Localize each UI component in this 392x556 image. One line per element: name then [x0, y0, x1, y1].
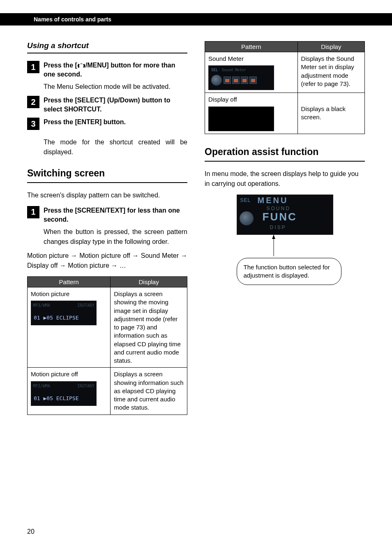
pattern-table-left: Pattern Display Motion picture MP3/WMA I… [27, 276, 187, 415]
switching-step-head: Press the [SCREEN/TEXT] for less than on… [44, 206, 187, 224]
callout-box: The function button selected for adjustm… [237, 258, 341, 285]
phone-icon [77, 63, 85, 69]
lcd-line: IROTARY [77, 303, 95, 308]
lcd-sel: SEL [211, 68, 218, 72]
callout-pointer [237, 235, 333, 259]
using-shortcut-title: Using a shortcut [27, 41, 187, 50]
lcd-display-off [208, 107, 274, 131]
pattern-label: Motion picture [31, 290, 69, 297]
switching-step-1: 1 Press the [SCREEN/TEXT] for less than … [27, 206, 187, 247]
knob-icon [240, 211, 254, 225]
step-1: 1 Press the [/MENU] button for more than… [27, 61, 187, 92]
th-display: Display [111, 277, 187, 287]
lcd-disp-label: DISP [270, 225, 286, 230]
pattern-label: Display off [208, 96, 237, 103]
lcd-menu-label: MENU [258, 196, 288, 205]
switching-screen-title: Switching screen [27, 168, 187, 179]
right-column: Pattern Display Sound Meter SEL Sound Me… [205, 41, 365, 415]
step-number-badge: 2 [27, 96, 39, 108]
divider [205, 161, 365, 162]
operation-assist-title: Operation assist function [205, 146, 365, 158]
cell-display: Displays a screen showing the moving ima… [111, 287, 187, 368]
lcd-line: MP3/WMA [33, 383, 50, 389]
pattern-label: Sound Meter [208, 55, 244, 62]
lcd-motion-picture-off: MP3/WMA IROTARY 01 ▶05 ECLIPSE [31, 381, 97, 406]
lcd-func-label: FUNC [263, 211, 297, 223]
meter-bars [224, 76, 257, 84]
left-column: Using a shortcut 1 Press the [/MENU] but… [27, 41, 187, 415]
step-1-text: The Menu Selection mode will be activate… [44, 82, 187, 92]
th-pattern: Pattern [28, 277, 111, 287]
table-header-row: Pattern Display [28, 277, 187, 287]
lcd-sel-label: SEL [240, 197, 251, 203]
switching-intro: The screen's display pattern can be swit… [27, 190, 187, 200]
switching-order: Motion picture → Motion picture off → So… [27, 251, 187, 271]
lcd-title: Sound Meter [222, 68, 247, 72]
step-number-badge: 3 [27, 118, 39, 130]
svg-marker-1 [272, 235, 275, 239]
lcd-sound-meter: SEL Sound Meter [208, 65, 274, 90]
step-number-badge: 1 [27, 206, 39, 218]
divider [27, 182, 187, 183]
lcd-line: MP3/WMA [33, 303, 50, 308]
cell-pattern: Sound Meter SEL Sound Meter [205, 52, 298, 93]
lcd-line: IROTARY [77, 383, 95, 389]
cell-pattern: Display off [205, 93, 298, 134]
page-number: 20 [27, 528, 35, 535]
cell-pattern: Motion picture MP3/WMA IROTARY 01 ▶05 EC… [28, 287, 111, 368]
table-row: Motion picture MP3/WMA IROTARY 01 ▶05 EC… [28, 287, 187, 368]
table-header-row: Pattern Display [205, 42, 365, 52]
cell-display: Displays the Sound Meter set in display … [297, 52, 364, 93]
lcd-line: 01 ▶05 ECLIPSE [34, 395, 79, 402]
step-1-head-prefix: Press the [ [44, 62, 77, 69]
step-3-text: The mode for the shortcut created will b… [44, 137, 187, 157]
pattern-label: Motion picture off [31, 371, 78, 378]
step-2: 2 Press the [SELECT] (Up/Down) button to… [27, 96, 187, 114]
cell-display: Displays a black screen. [297, 93, 364, 134]
lcd-motion-picture: MP3/WMA IROTARY 01 ▶05 ECLIPSE [31, 301, 97, 325]
step-3-head: Press the [ENTER] button. [44, 118, 187, 127]
lcd-line: 01 ▶05 ECLIPSE [34, 314, 79, 322]
step-3: 3 Press the [ENTER] button. The mode for… [27, 118, 187, 157]
operation-assist-intro: In menu mode, the screen displays help t… [205, 169, 365, 189]
section-title: Names of controls and parts [34, 16, 111, 23]
pattern-table-right: Pattern Display Sound Meter SEL Sound Me… [205, 41, 365, 134]
step-number-badge: 1 [27, 61, 39, 73]
step-1-head: Press the [/MENU] button for more than o… [44, 61, 187, 79]
cell-pattern: Motion picture off MP3/WMA IROTARY 01 ▶0… [28, 368, 111, 415]
table-row: Display off Displays a black screen. [205, 93, 365, 134]
th-pattern: Pattern [205, 42, 298, 52]
cell-display: Displays a screen showing information su… [111, 368, 187, 415]
knob-icon [211, 75, 222, 86]
table-row: Sound Meter SEL Sound Meter [205, 52, 365, 93]
menu-lcd: SEL MENU SOUND FUNC DISP [237, 195, 333, 235]
table-row: Motion picture off MP3/WMA IROTARY 01 ▶0… [28, 368, 187, 415]
th-display: Display [297, 42, 364, 52]
step-2-head: Press the [SELECT] (Up/Down) button to s… [44, 96, 187, 114]
switching-step-text: When the button is pressed, the screen p… [44, 227, 187, 247]
divider [27, 53, 187, 53]
page-header: Names of controls and parts [0, 13, 392, 25]
